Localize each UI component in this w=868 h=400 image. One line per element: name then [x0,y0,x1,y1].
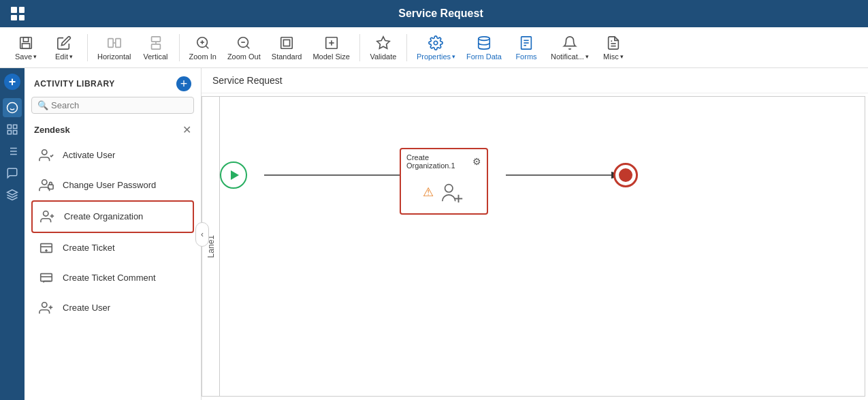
forms-label: Forms [515,52,536,61]
svg-line-14 [247,46,250,48]
misc-icon [605,35,622,51]
sidebar-header: ACTIVITY LIBRARY + [25,68,201,97]
end-inner [619,168,632,182]
save-button[interactable]: Save▾ [8,30,44,65]
collapse-sidebar-button[interactable]: ‹ [195,222,209,247]
section-header: Zendesk ✕ [31,119,194,140]
activate-user-label: Activate User [63,150,115,161]
divider-2 [179,34,180,61]
create-organization-label: Create Organization [64,211,143,223]
close-section-button[interactable]: ✕ [182,123,191,136]
canvas-warning-icon: ⚠ [423,185,434,200]
lane-label: Lane1 [202,97,220,396]
add-activity-button[interactable]: + [4,74,20,90]
validate-label: Validate [370,52,396,61]
change-user-password-icon [37,176,56,195]
start-node[interactable] [220,161,247,189]
search-input[interactable] [51,100,188,110]
save-label: Save▾ [15,52,37,61]
canvas-activity-label: Create Organization.1 [406,153,472,170]
notifications-button[interactable]: Notificat...▾ [547,30,593,65]
misc-label: Misc▾ [603,52,624,61]
nav-chat-icon[interactable] [3,164,22,183]
create-organization-icon [38,207,57,226]
svg-rect-32 [7,125,11,128]
nav-zendesk-icon[interactable] [3,98,22,117]
zoom-in-button[interactable]: Zoom In [185,30,221,65]
org-icon [439,179,465,205]
flow-svg [220,97,424,396]
zendesk-section: Zendesk ✕ Activate User [25,119,201,323]
standard-icon [278,35,295,51]
model-size-button[interactable]: Model Size [308,30,353,65]
activity-item-create-ticket-comment[interactable]: Create Ticket Comment [31,263,194,293]
activity-library-sidebar: ACTIVITY LIBRARY + 🔍 Zendesk ✕ [25,68,202,400]
create-user-icon [37,298,56,318]
forms-button[interactable]: Forms [509,30,544,65]
svg-rect-1 [23,37,28,41]
misc-button[interactable]: Misc▾ [596,30,631,65]
nav-list-icon[interactable] [3,142,22,161]
svg-rect-35 [7,131,11,134]
svg-point-29 [7,103,18,113]
divider-1 [87,34,88,61]
horizontal-icon [106,35,123,51]
zoom-out-label: Zoom Out [227,52,261,61]
activity-item-change-user-password[interactable]: Change User Password [31,170,194,200]
topbar-title: Service Request [25,7,857,20]
svg-rect-33 [14,125,17,128]
activate-user-icon [37,146,56,165]
zoom-in-label: Zoom In [189,52,216,61]
lane-container: Lane1 [202,96,865,397]
canvas-activity-node[interactable]: Create Organization.1 ⚙ ⚠ [400,148,488,215]
edit-button[interactable]: Edit▾ [46,30,82,65]
edit-icon [56,35,72,51]
search-icon: 🔍 [37,100,48,110]
form-data-label: Form Data [466,52,502,61]
svg-line-10 [206,46,208,48]
svg-point-21 [434,41,438,45]
canvas-activity-gear-icon[interactable]: ⚙ [472,156,481,167]
properties-label: Properties▾ [417,52,455,61]
standard-label: Standard [272,52,302,61]
search-box[interactable]: 🔍 [31,97,194,114]
standard-button[interactable]: Standard [268,30,306,65]
nav-layers-icon[interactable] [3,185,22,204]
app-grid-icon[interactable] [11,7,25,20]
end-node[interactable] [613,163,638,187]
validate-button[interactable]: Validate [366,30,401,65]
horizontal-label: Horizontal [97,52,131,61]
activity-item-create-ticket[interactable]: Create Ticket [31,233,194,263]
nav-account-icon[interactable] [3,120,22,139]
edit-label: Edit▾ [55,52,73,61]
create-ticket-label: Create Ticket [63,243,115,254]
svg-rect-34 [14,131,17,134]
section-name: Zendesk [34,125,70,135]
properties-button[interactable]: Properties▾ [413,30,460,65]
canvas-activity-body: ⚠ [404,174,484,211]
vertical-label: Vertical [143,52,167,61]
add-library-button[interactable]: + [176,76,191,91]
activity-item-activate-user[interactable]: Activate User [31,140,194,170]
save-icon [18,35,34,51]
create-user-label: Create User [63,303,110,314]
create-ticket-comment-icon [37,268,56,288]
zoom-out-button[interactable]: Zoom Out [223,30,265,65]
vertical-button[interactable]: Vertical [138,30,174,65]
activity-item-create-user[interactable]: Create User [31,293,194,323]
canvas[interactable]: Lane1 [202,93,868,399]
svg-point-55 [42,303,47,307]
activity-item-create-organization[interactable]: Create Organization [31,200,194,233]
model-size-icon [323,35,340,51]
forms-icon [518,35,534,51]
svg-rect-16 [281,37,293,48]
svg-rect-17 [284,40,290,46]
validate-icon [375,35,391,51]
topbar: Service Request [0,0,868,27]
vertical-icon [148,35,164,51]
form-data-button[interactable]: Form Data [462,30,506,65]
horizontal-button[interactable]: Horizontal [93,30,135,65]
form-data-icon [476,35,492,51]
zoom-in-icon [195,35,211,51]
properties-icon [428,35,444,51]
